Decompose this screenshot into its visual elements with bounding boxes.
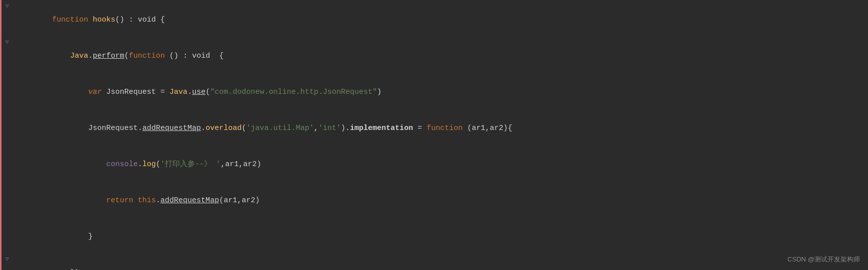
keyword-function3: function (426, 124, 463, 132)
paren4: ) (377, 88, 381, 96)
indent-6 (52, 196, 106, 205)
paren5: ( (242, 124, 246, 132)
gutter-2: ▽ (0, 38, 14, 47)
gutter-8: ▽ (0, 255, 14, 264)
code-line-4: JsonRequest.addRequestMap.overload('java… (0, 110, 868, 147)
brace-open: { (156, 16, 165, 24)
colon2: : (183, 52, 192, 60)
space3 (102, 88, 106, 96)
parens: () (115, 16, 129, 24)
dot3: . (138, 124, 142, 132)
addRequestMap2: addRequestMap (160, 196, 219, 205)
watermark: CSDN @测试开发架构师 (787, 254, 860, 265)
code-line-3: var JsonRequest = Java.use("com.dodonew.… (0, 74, 868, 110)
paren8: (ar1,ar2) (219, 196, 260, 205)
use-method: use (192, 88, 205, 96)
dot2: . (187, 88, 192, 96)
code-content-1: function hooks() : void { (14, 2, 868, 38)
code-content-4: JsonRequest.addRequestMap.overload('java… (14, 110, 868, 147)
dot4: . (201, 124, 205, 132)
code-line-6: return this.addRequestMap(ar1,ar2) (0, 183, 868, 219)
indent-7 (52, 232, 88, 241)
log-method: log (142, 160, 156, 169)
string-int: 'int' (318, 124, 341, 132)
space6 (133, 196, 138, 205)
code-line-7: } (0, 219, 868, 255)
code-editor: ▽ function hooks() : void { ▽ Java.perfo… (0, 0, 868, 270)
dot6: . (156, 196, 160, 205)
equals-sign: = (413, 124, 426, 132)
var-jsonrequest: JsonRequest (106, 88, 156, 96)
fold-icon-2[interactable]: ▽ (6, 38, 9, 47)
code-content-3: var JsonRequest = Java.use("com.dodonew.… (14, 74, 868, 110)
code-line-5: console.log('打印入参--》 ',ar1,ar2) (0, 147, 868, 183)
java-obj: Java (70, 52, 88, 60)
code-content-6: return this.addRequestMap(ar1,ar2) (14, 183, 868, 219)
string-class: "com.dodonew.online.http.JsonRequest" (210, 88, 377, 96)
code-content-8: }) (14, 255, 868, 270)
var-keyword: var (88, 88, 102, 96)
comma: , (314, 124, 318, 132)
return-keyword: return (106, 196, 133, 205)
java-obj2: Java (169, 88, 187, 96)
paren6: ). (341, 124, 350, 132)
indent-4 (52, 124, 88, 132)
console-obj: console (106, 160, 138, 169)
jsonrequest-ref: JsonRequest (88, 124, 138, 132)
code-area: ▽ function hooks() : void { ▽ Java.perfo… (0, 0, 868, 270)
indent-5 (52, 160, 106, 169)
indent-2 (52, 52, 70, 60)
addRequestMap: addRequestMap (142, 124, 201, 132)
fold-icon-1[interactable]: ▽ (6, 2, 9, 11)
paren7: ( (156, 160, 160, 169)
code-line-2: ▽ Java.perform(function () : void { (0, 38, 868, 74)
colon: : (129, 16, 138, 24)
keyword-function2: function (129, 52, 165, 60)
fold-icon-8[interactable]: ▽ (6, 255, 9, 264)
code-content-2: Java.perform(function () : void { (14, 38, 868, 74)
implementation-prop: implementation (350, 124, 413, 132)
string-chinese-log: '打印入参--》 ' (160, 160, 221, 169)
void2: void (192, 52, 210, 60)
comma2: ,ar1,ar2) (221, 160, 261, 169)
code-content-5: console.log('打印入参--》 ',ar1,ar2) (14, 147, 868, 183)
space4: = (156, 88, 169, 96)
this-keyword: this (138, 196, 156, 205)
keyword-function: function (52, 16, 88, 24)
paren3: ( (205, 88, 210, 96)
type-void: void (138, 16, 156, 24)
brace2: { (210, 52, 224, 60)
code-line-8: ▽ }) (0, 255, 868, 270)
space2: () (165, 52, 183, 60)
space (88, 16, 93, 24)
overload-method: overload (205, 124, 242, 132)
params: (ar1,ar2){ (463, 124, 512, 132)
dot5: . (138, 160, 142, 169)
code-line-1: ▽ function hooks() : void { (0, 2, 868, 38)
indent-3 (52, 88, 88, 96)
dot: . (88, 52, 93, 60)
code-content-7: } (14, 219, 868, 255)
string-map: 'java.util.Map' (246, 124, 314, 132)
fn-hooks: hooks (93, 16, 115, 24)
brace-close1: } (88, 232, 93, 241)
perform-method: perform (93, 52, 124, 60)
gutter-1: ▽ (0, 2, 14, 11)
paren-open: ( (124, 52, 129, 60)
